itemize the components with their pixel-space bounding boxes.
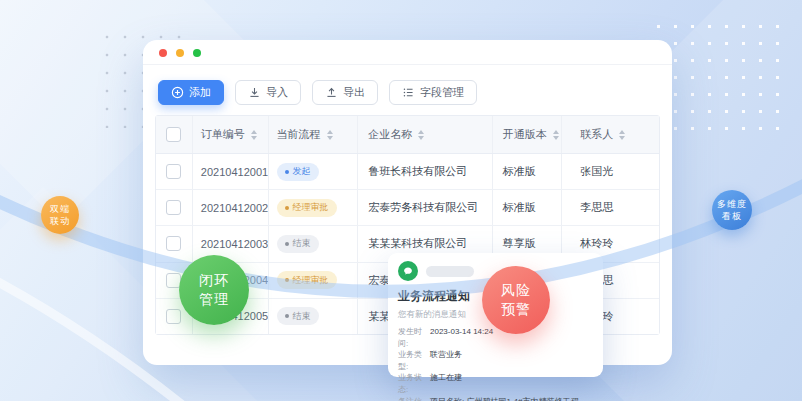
export-button-label: 导出 (343, 85, 365, 100)
notification-field-label: 发生时间: (398, 326, 430, 349)
notification-field-value: 联营业务 (430, 349, 462, 372)
field-manage-button-label: 字段管理 (420, 85, 464, 100)
notification-field-label: 备注信息: (398, 396, 430, 401)
toolbar: 添加 导入 导出 字段管理 (158, 80, 477, 105)
sort-icon[interactable] (553, 130, 559, 140)
row-checkbox[interactable] (166, 236, 181, 251)
import-button[interactable]: 导入 (235, 80, 301, 105)
upload-icon (325, 86, 338, 99)
company-cell: 宏泰劳务科技有限公司 (358, 190, 492, 225)
notification-field-value: 2023-03-14 14:24 (430, 326, 493, 349)
notification-field-label: 业务状态: (398, 372, 430, 395)
add-button[interactable]: 添加 (158, 80, 224, 105)
column-header-label: 企业名称 (368, 127, 412, 142)
sort-icon[interactable] (418, 130, 424, 140)
sort-icon[interactable] (327, 130, 333, 140)
add-button-label: 添加 (189, 85, 211, 100)
row-checkbox[interactable] (166, 200, 181, 215)
contact-cell: 张国光 (562, 154, 659, 189)
bubble-multi-board: 多维度 看板 (712, 190, 752, 230)
bubble-label: 闭环 (199, 271, 229, 290)
sort-icon[interactable] (619, 130, 625, 140)
traffic-light-yellow-icon (176, 49, 184, 57)
flow-status-badge: 经理审批 (277, 271, 337, 289)
column-header-label: 联系人 (580, 127, 613, 142)
bubble-label: 管理 (199, 290, 229, 309)
company-cell: 鲁班长科技有限公司 (358, 154, 492, 189)
notification-field-value: 项目名称: 广州碧桂园1-4#市内精装修工程 (430, 396, 578, 401)
table-header-row: 订单编号 当前流程 企业名称 开通版本 联系人 (156, 116, 659, 154)
bubble-label: 双端 (50, 203, 70, 215)
column-header-label: 当前流程 (277, 127, 321, 142)
bubble-dual-linkage: 双端 联动 (41, 196, 79, 234)
flow-status-badge: 经理审批 (277, 199, 337, 217)
row-checkbox[interactable] (166, 164, 181, 179)
version-cell: 标准版 (493, 154, 563, 189)
column-header-flow: 当前流程 (269, 116, 359, 153)
notification-source-pill (426, 266, 474, 277)
contact-cell: 李思思 (562, 190, 659, 225)
download-icon (248, 86, 261, 99)
column-header-order-no: 订单编号 (193, 116, 269, 153)
notification-fields: 发生时间:2023-03-14 14:24 业务类型:联营业务 业务状态:施工在… (398, 326, 593, 401)
flow-status-badge: 结束 (277, 307, 319, 325)
list-settings-icon (402, 86, 415, 99)
column-header-company: 企业名称 (358, 116, 492, 153)
table-row: 20210412002 经理审批 宏泰劳务科技有限公司 标准版 李思思 (156, 190, 659, 226)
version-cell: 标准版 (493, 190, 563, 225)
select-all-checkbox[interactable] (166, 127, 181, 142)
column-header-label: 订单编号 (201, 127, 245, 142)
table-row: 20210412001 发起 鲁班长科技有限公司 标准版 张国光 (156, 154, 659, 190)
flow-status-badge: 发起 (277, 163, 319, 181)
plus-circle-icon (171, 86, 184, 99)
bubble-closed-loop: 闭环 管理 (179, 255, 249, 325)
traffic-light-green-icon (193, 49, 201, 57)
bubble-label: 预警 (501, 300, 531, 319)
bubble-label: 看板 (722, 210, 742, 222)
bubble-label: 联动 (50, 215, 70, 227)
chat-bubble-icon (398, 261, 418, 281)
row-checkbox[interactable] (166, 309, 181, 324)
traffic-light-red-icon (159, 49, 167, 57)
background: { "window": { "toolbar": { "add_label": … (0, 0, 802, 401)
order-no-cell: 20210412001 (193, 154, 269, 189)
window-divider (143, 64, 672, 65)
bubble-risk-alert: 风险 预警 (482, 266, 550, 334)
sort-icon[interactable] (251, 130, 257, 140)
field-manage-button[interactable]: 字段管理 (389, 80, 477, 105)
bubble-label: 多维度 (717, 198, 747, 210)
notification-field-value: 施工在建 (430, 372, 462, 395)
import-button-label: 导入 (266, 85, 288, 100)
column-header-contact: 联系人 (562, 116, 659, 153)
notification-field-label: 业务类型: (398, 349, 430, 372)
order-no-cell: 20210412002 (193, 190, 269, 225)
export-button[interactable]: 导出 (312, 80, 378, 105)
column-header-version: 开通版本 (493, 116, 563, 153)
bubble-label: 风险 (501, 281, 531, 300)
flow-status-badge: 结束 (277, 235, 319, 253)
column-header-label: 开通版本 (503, 127, 547, 142)
